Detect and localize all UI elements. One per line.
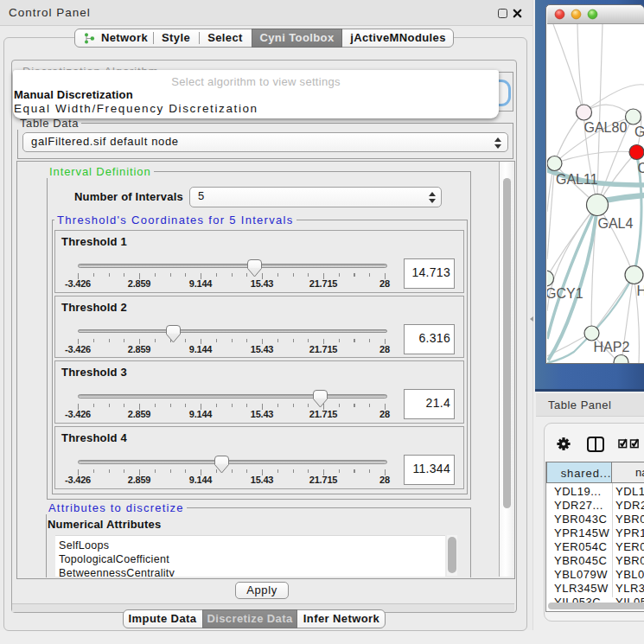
svg-text:C: C: [638, 161, 644, 175]
svg-text:GCY1: GCY1: [547, 286, 583, 301]
svg-text:GA: GA: [634, 124, 644, 139]
svg-text:HAP2: HAP2: [594, 340, 630, 354]
svg-text:GAL80: GAL80: [584, 120, 628, 135]
svg-text:H: H: [637, 284, 644, 298]
svg-text:GAL4: GAL4: [598, 216, 634, 231]
svg-text:GAL11: GAL11: [556, 172, 598, 187]
